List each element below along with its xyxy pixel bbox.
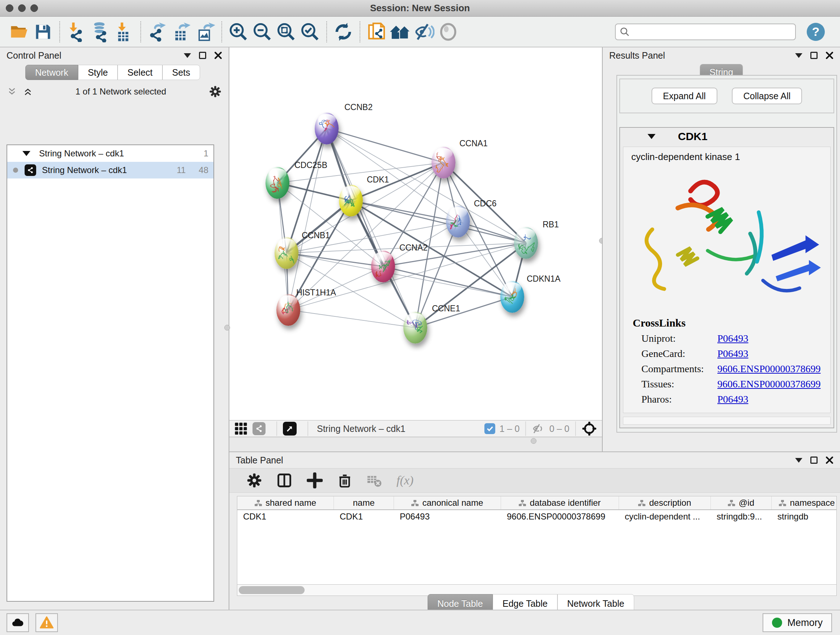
network-node-CDC6[interactable] (446, 206, 470, 238)
help-button[interactable]: ? (807, 23, 825, 41)
column-header-name[interactable]: name (334, 496, 394, 509)
tab-network[interactable]: Network (25, 65, 78, 80)
results-scrollbar[interactable] (623, 417, 831, 424)
zoom-out-button[interactable] (250, 20, 274, 44)
protein-ribbon-icon (500, 281, 524, 313)
clone-network-button[interactable] (365, 20, 388, 44)
import-table-button[interactable] (112, 20, 136, 44)
protein-ribbon-icon (315, 112, 339, 144)
import-network-database-button[interactable] (88, 20, 112, 44)
birdseye-crosshair-icon[interactable] (582, 421, 597, 436)
export-image-icon (195, 22, 215, 42)
detach-view-button[interactable] (283, 422, 297, 435)
tab-sets[interactable]: Sets (163, 65, 200, 80)
import-network-file-button[interactable] (65, 20, 88, 44)
expand-all-chevron-icon[interactable] (23, 87, 33, 96)
show-all-button[interactable] (436, 20, 460, 44)
save-session-button[interactable] (31, 20, 55, 44)
delete-table-icon (367, 473, 382, 488)
network-node-CCNB1[interactable] (275, 237, 298, 269)
crosslink-link[interactable]: 9606.ENSP00000378699 (717, 363, 821, 375)
table-cell[interactable]: stringdb (772, 510, 837, 524)
column-header-@id[interactable]: @id (711, 496, 772, 509)
delete-column-trash-icon[interactable] (337, 473, 352, 488)
table-cell[interactable]: cyclin-dependent ... (619, 510, 711, 524)
column-header-database-identifier[interactable]: database identifier (501, 496, 619, 509)
collapse-gene-icon[interactable] (647, 134, 655, 139)
close-panel-icon[interactable] (826, 51, 834, 59)
refresh-button[interactable] (332, 20, 355, 44)
panel-menu-icon[interactable] (795, 53, 802, 58)
collapse-tree-icon[interactable] (22, 151, 30, 156)
network-node-label: CDC25B (294, 160, 327, 170)
collapse-all-chevron-icon[interactable] (7, 87, 17, 96)
collection-name: String Network – cdk1 (39, 149, 124, 158)
fit-content-button[interactable] (274, 20, 298, 44)
zoom-selected-button[interactable] (298, 20, 322, 44)
table-cell[interactable]: stringdb:9... (711, 510, 772, 524)
table-cell[interactable]: 9606.ENSP00000378699 (501, 510, 619, 524)
selected-nodes-checkbox[interactable] (485, 423, 495, 434)
column-header-canonical-name[interactable]: canonical name (394, 496, 501, 509)
panel-menu-icon[interactable] (795, 458, 802, 463)
memory-button[interactable]: Memory (763, 613, 832, 632)
export-image-button[interactable] (193, 20, 217, 44)
column-header-description[interactable]: description (619, 496, 711, 509)
expand-all-button[interactable]: Expand All (652, 88, 717, 104)
tab-style[interactable]: Style (78, 65, 118, 80)
column-header-namespace[interactable]: namespace (772, 496, 837, 509)
table-cell[interactable]: P06493 (394, 510, 501, 524)
table-cell[interactable]: CDK1 (237, 510, 334, 524)
cloud-status-button[interactable] (6, 613, 29, 632)
network-node-CDK1[interactable] (339, 185, 363, 217)
float-panel-icon[interactable] (810, 456, 818, 464)
open-session-button[interactable] (7, 20, 31, 44)
close-panel-icon[interactable] (214, 51, 222, 59)
gene-section-header[interactable]: CDK1 (620, 128, 834, 145)
table-cell[interactable]: CDK1 (334, 510, 394, 524)
network-node-CCNA1[interactable] (431, 147, 455, 179)
warnings-button[interactable] (35, 613, 58, 632)
export-table-button[interactable] (169, 20, 193, 44)
collapse-all-button[interactable]: Collapse All (732, 88, 802, 104)
network-node-CCNA2[interactable] (371, 250, 395, 282)
tab-select[interactable]: Select (118, 65, 162, 80)
network-list: String Network – cdk1 1 String Network –… (6, 144, 214, 602)
grid-view-button[interactable] (234, 422, 248, 435)
crosslink-link[interactable]: 9606.ENSP00000378699 (717, 378, 821, 390)
table-options-gear-icon[interactable] (247, 473, 262, 488)
network-node-HIST1H1A[interactable] (276, 294, 300, 326)
network-node-CCNE1[interactable] (403, 312, 427, 344)
zoom-in-button[interactable] (226, 20, 250, 44)
bottom-splitter-handle[interactable] (531, 438, 537, 444)
crosslink-link[interactable]: P06493 (717, 333, 748, 344)
float-panel-icon[interactable] (810, 52, 818, 59)
show-columns-icon[interactable] (276, 472, 292, 488)
network-node-RB1[interactable] (514, 227, 538, 259)
add-column-plus-icon[interactable] (307, 472, 323, 488)
network-node-CCNB2[interactable] (315, 112, 339, 144)
export-network-button[interactable] (145, 20, 169, 44)
close-panel-icon[interactable] (826, 456, 834, 464)
function-builder-button[interactable]: f(x) (396, 473, 414, 487)
crosslink-row: GeneCard:P06493 (641, 348, 830, 359)
network-node-CDC25B[interactable] (265, 167, 289, 199)
network-collection-row[interactable]: String Network – cdk1 1 (7, 145, 213, 162)
panel-menu-icon[interactable] (184, 53, 191, 58)
crosslink-link[interactable]: P06493 (717, 394, 748, 405)
network-node-CDKN1A[interactable] (500, 281, 524, 313)
search-input[interactable] (630, 25, 791, 39)
save-floppy-icon (34, 22, 52, 41)
hide-selected-button[interactable] (412, 20, 436, 44)
float-panel-icon[interactable] (199, 52, 206, 59)
network-node-label: CCNA1 (459, 139, 488, 149)
left-splitter-handle[interactable] (224, 325, 230, 331)
network-row-selected[interactable]: String Network – cdk1 11 48 (7, 162, 213, 179)
network-canvas[interactable]: CCNB2CCNA1CDC25BCDK1CDC6RB1CCNB1CCNA2CDK… (229, 48, 602, 420)
first-neighbors-button[interactable] (388, 20, 412, 44)
network-options-gear-icon[interactable] (209, 86, 221, 98)
scrollbar-thumb[interactable] (239, 586, 305, 594)
crosslink-link[interactable]: P06493 (717, 348, 748, 359)
column-header-shared-name[interactable]: shared name (237, 496, 334, 509)
network-badge-icon[interactable] (253, 422, 265, 435)
